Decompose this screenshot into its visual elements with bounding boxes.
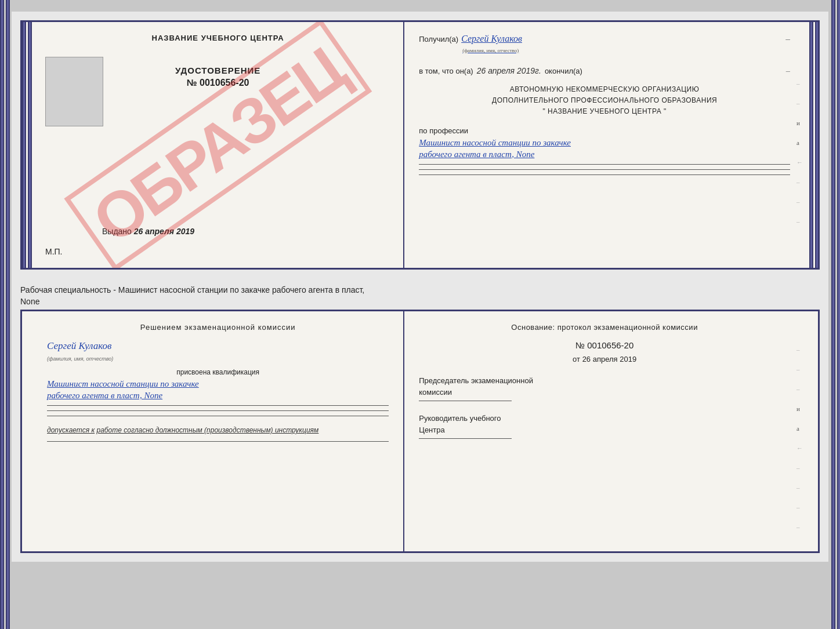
bottom-left-panel: Решением экзаменационной комиссии Сергей… <box>32 311 404 551</box>
bl-name-text: Сергей Кулаков <box>47 340 111 351</box>
spine-left <box>22 22 32 268</box>
dopuskaetsya: допускается к работе согласно должностны… <box>47 425 389 435</box>
top-center-title: НАЗВАНИЕ УЧЕБНОГО ЦЕНТРА <box>47 34 389 42</box>
poluchil-label: Получил(а) <box>419 35 458 43</box>
osnovanie-title: Основание: протокол экзаменационной коми… <box>419 323 790 332</box>
predsedatel-sig-line <box>419 401 512 401</box>
top-right-panel: Получил(а) Сергей Кулаков (фамилия, имя,… <box>404 22 808 268</box>
rukovoditel-block: Руководитель учебного Центра <box>419 413 790 439</box>
separator-text: Рабочая специальность - Машинист насосно… <box>20 280 820 310</box>
vydano-label: Выдано <box>102 227 132 236</box>
bl-underline2 <box>47 410 389 411</box>
bl-name: Сергей Кулаков (фамилия, имя, отчество) <box>47 340 389 363</box>
org-line3: " НАЗВАНИЕ УЧЕБНОГО ЦЕНТРА " <box>419 106 790 117</box>
separator-line1: Рабочая специальность - Машинист насосно… <box>20 285 364 294</box>
resheniem-title: Решением экзаменационной комиссии <box>47 323 389 332</box>
photo-placeholder <box>45 57 103 126</box>
br-right-dashes: – – – и а ← – – – – <box>796 346 803 530</box>
spine-left-bottom <box>0 0 10 629</box>
separator-line2: None <box>20 297 39 306</box>
bl-name-subtitle: (фамилия, имя, отчество) <box>47 356 113 362</box>
underline2 <box>419 169 790 170</box>
bl-underline3 <box>47 416 389 416</box>
poluchil-line: Получил(а) Сергей Кулаков (фамилия, имя,… <box>419 34 790 54</box>
prisvoena: присвоена квалификация <box>47 368 389 376</box>
vydano-date: 26 апреля 2019 <box>134 227 194 236</box>
top-document: НАЗВАНИЕ УЧЕБНОГО ЦЕНТРА ОБРАЗЕЦ УДОСТОВ… <box>20 20 820 270</box>
bottom-right-panel: – – – и а ← – – – – Основание: протокол … <box>404 311 808 551</box>
poluchil-name: Сергей Кулаков (фамилия, имя, отчество) <box>461 34 522 54</box>
vtom-line: в том, что он(а) 26 апреля 2019г. окончи… <box>419 66 790 75</box>
top-left-panel: НАЗВАНИЕ УЧЕБНОГО ЦЕНТРА ОБРАЗЕЦ УДОСТОВ… <box>32 22 404 268</box>
po-professii: по профессии <box>419 126 790 135</box>
bl-underline1 <box>47 405 389 406</box>
dopuskaetsya-label: допускается к <box>47 426 95 434</box>
right-side-dashes: – – и а ← – – – <box>796 80 803 225</box>
komissii-line: комиссии <box>419 387 790 398</box>
mp-label: М.П. <box>45 247 63 256</box>
ot-label: от <box>573 355 580 363</box>
org-line1: АВТОНОМНУЮ НЕКОММЕРЧЕСКУЮ ОРГАНИЗАЦИЮ <box>419 84 790 95</box>
rukovoditel-line1: Руководитель учебного <box>419 413 790 424</box>
protocol-date-value: 26 апреля 2019 <box>582 355 637 363</box>
org-line2: ДОПОЛНИТЕЛЬНОГО ПРОФЕССИОНАЛЬНОГО ОБРАЗО… <box>419 95 790 106</box>
bl-underline4 <box>47 441 389 442</box>
protocol-date: от 26 апреля 2019 <box>419 355 790 363</box>
poluchil-subtitle: (фамилия, имя, отчество) <box>462 48 519 53</box>
top-doc-inner: НАЗВАНИЕ УЧЕБНОГО ЦЕНТРА ОБРАЗЕЦ УДОСТОВ… <box>32 22 808 268</box>
predsedatel-block: Председатель экзаменационной комиссии <box>419 375 790 401</box>
predsedatel-line1: Председатель экзаменационной <box>419 375 790 387</box>
bottom-document: Решением экзаменационной комиссии Сергей… <box>20 310 820 553</box>
vtom-date: 26 апреля 2019г. <box>477 66 541 75</box>
poluchil-name-text: Сергей Кулаков <box>461 34 522 43</box>
dash1: – <box>785 34 790 43</box>
rukovoditel-sig-line <box>419 438 512 439</box>
bottom-doc-inner: Решением экзаменационной комиссии Сергей… <box>32 311 808 551</box>
org-block: АВТОНОМНУЮ НЕКОММЕРЧЕСКУЮ ОРГАНИЗАЦИЮ ДО… <box>419 84 790 118</box>
vydano-line: Выдано 26 апреля 2019 <box>102 227 194 236</box>
spine-right-bottom <box>830 0 840 629</box>
prof-line2-top: рабочего агента в пласт, None <box>419 150 790 159</box>
dopuskaetsya-work: работе согласно должностным (производств… <box>96 426 318 434</box>
vtom-label: в том, что он(а) <box>419 67 473 75</box>
protocol-number: № 0010656-20 <box>419 340 790 350</box>
page-wrapper: НАЗВАНИЕ УЧЕБНОГО ЦЕНТРА ОБРАЗЕЦ УДОСТОВ… <box>12 12 828 562</box>
spine-right-top <box>808 22 818 268</box>
vtom-okonchill: окончил(а) <box>545 67 582 75</box>
underline1 <box>419 164 790 165</box>
bl-prof-line1: Машинист насосной станции по закачке <box>47 379 389 389</box>
dash2: – <box>786 67 790 75</box>
prof-line1-top: Машинист насосной станции по закачке <box>419 138 790 148</box>
rukovoditel-line2: Центра <box>419 424 790 436</box>
underline3 <box>419 174 790 175</box>
bl-prof-line2: рабочего агента в пласт, None <box>47 391 389 401</box>
